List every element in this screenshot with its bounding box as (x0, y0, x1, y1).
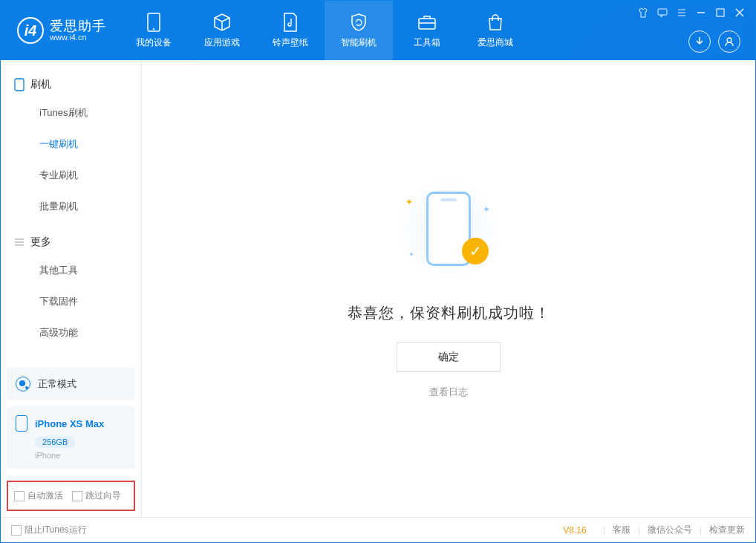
mode-label: 正常模式 (38, 377, 76, 391)
cube-icon (212, 13, 232, 32)
footer-link-support[interactable]: 客服 (613, 524, 630, 536)
tab-label: 应用游戏 (204, 36, 240, 49)
shield-refresh-icon (348, 13, 369, 32)
sidebar-item-other-tools[interactable]: 其他工具 (1, 255, 141, 286)
svg-rect-9 (717, 9, 724, 16)
logo-icon: i4 (17, 17, 44, 44)
sidebar: 刷机 iTunes刷机 一键刷机 专业刷机 批量刷机 更多 其他工具 下载固件 … (1, 60, 142, 517)
svg-rect-4 (658, 9, 667, 15)
confirm-button[interactable]: 确定 (397, 342, 501, 372)
skip-wizard-checkbox[interactable]: 跳过向导 (72, 490, 121, 502)
user-button[interactable] (718, 30, 740, 53)
tab-label: 工具箱 (414, 36, 440, 49)
sidebar-item-download-firmware[interactable]: 下载固件 (1, 286, 141, 317)
block-itunes-checkbox[interactable]: 阻止iTunes运行 (11, 524, 87, 536)
device-name: iPhone XS Max (35, 418, 104, 429)
main-content: ✦ ✦ • ✓ 恭喜您，保资料刷机成功啦！ 确定 查看日志 (142, 60, 755, 517)
sidebar-bottom-options: 自动激活 跳过向导 (7, 481, 135, 511)
mode-card[interactable]: 正常模式 (7, 368, 135, 400)
success-illustration: ✦ ✦ • ✓ (397, 178, 501, 282)
svg-point-12 (727, 38, 731, 42)
app-logo: i4 爱思助手 www.i4.cn (1, 1, 120, 60)
view-log-link[interactable]: 查看日志 (429, 386, 468, 399)
tab-label: 智能刷机 (341, 36, 377, 49)
toolbox-icon (417, 13, 437, 32)
menu-icon[interactable] (674, 5, 690, 20)
version-label: V8.16 (563, 525, 586, 536)
svg-rect-13 (15, 79, 24, 91)
tab-smart-flash[interactable]: 智能刷机 (325, 1, 393, 60)
tab-ringtones-wallpapers[interactable]: 铃声壁纸 (256, 1, 325, 60)
app-name: 爱思助手 (50, 19, 106, 33)
window-controls (635, 5, 748, 20)
sidebar-group-more: 更多 (1, 230, 141, 255)
title-bar: i4 爱思助手 www.i4.cn 我的设备 应用游戏 铃声壁纸 智能刷机 工具… (1, 1, 755, 60)
device-type: iPhone (35, 451, 126, 460)
sidebar-item-batch-flash[interactable]: 批量刷机 (1, 191, 141, 222)
tab-my-device[interactable]: 我的设备 (120, 1, 188, 60)
list-icon (14, 237, 25, 247)
checkmark-icon: ✓ (462, 238, 489, 264)
tab-label: 铃声壁纸 (273, 36, 308, 49)
sparkle-icon: ✦ (405, 197, 413, 207)
bag-icon (485, 13, 506, 32)
device-icon (143, 13, 164, 32)
mode-icon (16, 377, 30, 391)
device-phone-icon (16, 415, 27, 432)
device-card[interactable]: iPhone XS Max 256GB iPhone (7, 406, 135, 469)
footer-link-update[interactable]: 检查更新 (709, 524, 745, 536)
svg-rect-2 (419, 19, 435, 29)
footer-bar: 阻止iTunes运行 V8.16 | 客服 | 微信公众号 | 检查更新 (1, 517, 755, 542)
device-capacity: 256GB (35, 436, 75, 448)
auto-activate-checkbox[interactable]: 自动激活 (14, 490, 63, 502)
tab-apps-games[interactable]: 应用游戏 (188, 1, 256, 60)
app-url: www.i4.cn (50, 33, 106, 42)
group-title: 刷机 (30, 78, 51, 91)
tab-store[interactable]: 爱思商城 (461, 1, 529, 60)
music-file-icon (280, 13, 301, 32)
footer-link-wechat[interactable]: 微信公众号 (648, 524, 692, 536)
maximize-button[interactable] (712, 5, 729, 20)
phone-icon (14, 78, 25, 91)
sidebar-group-flash: 刷机 (1, 72, 141, 97)
sidebar-item-advanced[interactable]: 高级功能 (1, 317, 141, 348)
tab-label: 我的设备 (136, 36, 172, 49)
sidebar-item-pro-flash[interactable]: 专业刷机 (1, 160, 141, 191)
skin-icon[interactable] (635, 5, 651, 20)
download-button[interactable] (688, 30, 711, 53)
success-message: 恭喜您，保资料刷机成功啦！ (348, 303, 550, 323)
svg-point-1 (153, 27, 154, 29)
nav-tabs: 我的设备 应用游戏 铃声壁纸 智能刷机 工具箱 爱思商城 (120, 1, 529, 60)
minimize-button[interactable] (693, 5, 709, 20)
group-title: 更多 (30, 235, 51, 249)
sparkle-icon: • (410, 250, 413, 260)
sidebar-item-oneclick-flash[interactable]: 一键刷机 (1, 129, 141, 160)
feedback-icon[interactable] (654, 5, 671, 20)
sidebar-item-itunes-flash[interactable]: iTunes刷机 (1, 97, 141, 129)
close-button[interactable] (731, 5, 748, 20)
tab-label: 爱思商城 (478, 36, 513, 49)
sparkle-icon: ✦ (483, 204, 490, 215)
tab-toolbox[interactable]: 工具箱 (393, 1, 461, 60)
